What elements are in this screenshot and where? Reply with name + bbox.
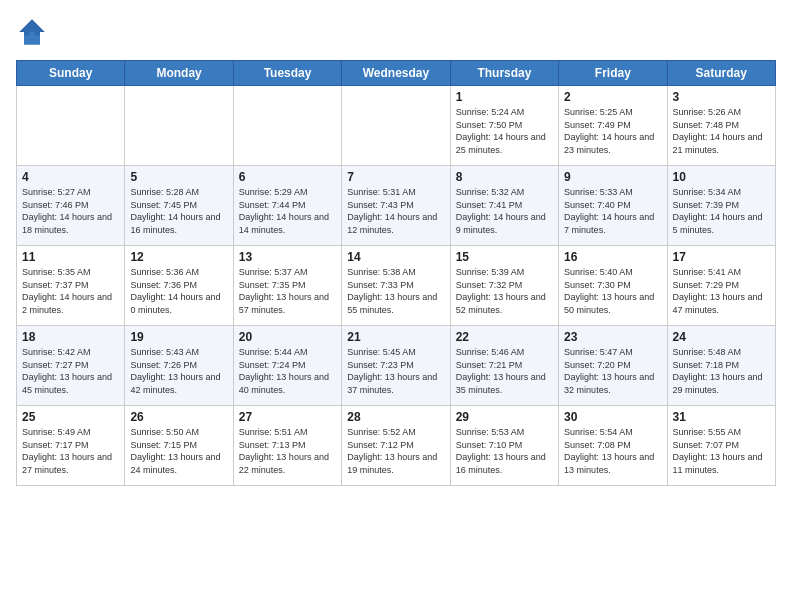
day-info: Sunrise: 5:39 AM Sunset: 7:32 PM Dayligh… [456,266,553,316]
day-number: 22 [456,330,553,344]
week-row-2: 4Sunrise: 5:27 AM Sunset: 7:46 PM Daylig… [17,166,776,246]
day-info: Sunrise: 5:34 AM Sunset: 7:39 PM Dayligh… [673,186,770,236]
day-number: 18 [22,330,119,344]
day-info: Sunrise: 5:51 AM Sunset: 7:13 PM Dayligh… [239,426,336,476]
day-number: 28 [347,410,444,424]
day-cell: 12Sunrise: 5:36 AM Sunset: 7:36 PM Dayli… [125,246,233,326]
day-number: 27 [239,410,336,424]
day-number: 17 [673,250,770,264]
day-info: Sunrise: 5:48 AM Sunset: 7:18 PM Dayligh… [673,346,770,396]
day-cell [342,86,450,166]
day-cell [17,86,125,166]
day-header-thursday: Thursday [450,61,558,86]
day-number: 14 [347,250,444,264]
day-number: 13 [239,250,336,264]
page-header [16,16,776,48]
day-info: Sunrise: 5:29 AM Sunset: 7:44 PM Dayligh… [239,186,336,236]
day-info: Sunrise: 5:52 AM Sunset: 7:12 PM Dayligh… [347,426,444,476]
day-cell: 8Sunrise: 5:32 AM Sunset: 7:41 PM Daylig… [450,166,558,246]
day-number: 26 [130,410,227,424]
day-cell: 10Sunrise: 5:34 AM Sunset: 7:39 PM Dayli… [667,166,775,246]
day-info: Sunrise: 5:26 AM Sunset: 7:48 PM Dayligh… [673,106,770,156]
day-info: Sunrise: 5:47 AM Sunset: 7:20 PM Dayligh… [564,346,661,396]
day-info: Sunrise: 5:49 AM Sunset: 7:17 PM Dayligh… [22,426,119,476]
day-info: Sunrise: 5:45 AM Sunset: 7:23 PM Dayligh… [347,346,444,396]
day-info: Sunrise: 5:55 AM Sunset: 7:07 PM Dayligh… [673,426,770,476]
day-header-wednesday: Wednesday [342,61,450,86]
day-number: 15 [456,250,553,264]
day-cell [233,86,341,166]
day-cell: 3Sunrise: 5:26 AM Sunset: 7:48 PM Daylig… [667,86,775,166]
day-number: 8 [456,170,553,184]
week-row-3: 11Sunrise: 5:35 AM Sunset: 7:37 PM Dayli… [17,246,776,326]
day-info: Sunrise: 5:40 AM Sunset: 7:30 PM Dayligh… [564,266,661,316]
day-number: 23 [564,330,661,344]
day-number: 16 [564,250,661,264]
day-cell: 31Sunrise: 5:55 AM Sunset: 7:07 PM Dayli… [667,406,775,486]
day-cell: 26Sunrise: 5:50 AM Sunset: 7:15 PM Dayli… [125,406,233,486]
day-cell: 6Sunrise: 5:29 AM Sunset: 7:44 PM Daylig… [233,166,341,246]
day-number: 6 [239,170,336,184]
day-cell: 21Sunrise: 5:45 AM Sunset: 7:23 PM Dayli… [342,326,450,406]
day-cell: 20Sunrise: 5:44 AM Sunset: 7:24 PM Dayli… [233,326,341,406]
day-cell: 17Sunrise: 5:41 AM Sunset: 7:29 PM Dayli… [667,246,775,326]
day-info: Sunrise: 5:31 AM Sunset: 7:43 PM Dayligh… [347,186,444,236]
day-number: 1 [456,90,553,104]
day-number: 7 [347,170,444,184]
day-info: Sunrise: 5:41 AM Sunset: 7:29 PM Dayligh… [673,266,770,316]
day-info: Sunrise: 5:35 AM Sunset: 7:37 PM Dayligh… [22,266,119,316]
day-header-tuesday: Tuesday [233,61,341,86]
day-info: Sunrise: 5:37 AM Sunset: 7:35 PM Dayligh… [239,266,336,316]
day-number: 12 [130,250,227,264]
day-cell: 27Sunrise: 5:51 AM Sunset: 7:13 PM Dayli… [233,406,341,486]
day-cell: 9Sunrise: 5:33 AM Sunset: 7:40 PM Daylig… [559,166,667,246]
day-info: Sunrise: 5:32 AM Sunset: 7:41 PM Dayligh… [456,186,553,236]
logo-icon [16,16,48,48]
day-number: 25 [22,410,119,424]
day-number: 29 [456,410,553,424]
day-info: Sunrise: 5:53 AM Sunset: 7:10 PM Dayligh… [456,426,553,476]
week-row-4: 18Sunrise: 5:42 AM Sunset: 7:27 PM Dayli… [17,326,776,406]
day-cell: 23Sunrise: 5:47 AM Sunset: 7:20 PM Dayli… [559,326,667,406]
day-info: Sunrise: 5:33 AM Sunset: 7:40 PM Dayligh… [564,186,661,236]
day-number: 2 [564,90,661,104]
day-cell: 7Sunrise: 5:31 AM Sunset: 7:43 PM Daylig… [342,166,450,246]
day-number: 24 [673,330,770,344]
day-info: Sunrise: 5:36 AM Sunset: 7:36 PM Dayligh… [130,266,227,316]
day-info: Sunrise: 5:38 AM Sunset: 7:33 PM Dayligh… [347,266,444,316]
day-cell: 16Sunrise: 5:40 AM Sunset: 7:30 PM Dayli… [559,246,667,326]
day-cell: 29Sunrise: 5:53 AM Sunset: 7:10 PM Dayli… [450,406,558,486]
day-number: 5 [130,170,227,184]
days-header-row: SundayMondayTuesdayWednesdayThursdayFrid… [17,61,776,86]
day-cell: 18Sunrise: 5:42 AM Sunset: 7:27 PM Dayli… [17,326,125,406]
day-cell: 30Sunrise: 5:54 AM Sunset: 7:08 PM Dayli… [559,406,667,486]
day-info: Sunrise: 5:44 AM Sunset: 7:24 PM Dayligh… [239,346,336,396]
logo [16,16,52,48]
day-cell: 13Sunrise: 5:37 AM Sunset: 7:35 PM Dayli… [233,246,341,326]
day-number: 30 [564,410,661,424]
day-info: Sunrise: 5:28 AM Sunset: 7:45 PM Dayligh… [130,186,227,236]
day-cell: 19Sunrise: 5:43 AM Sunset: 7:26 PM Dayli… [125,326,233,406]
calendar-table: SundayMondayTuesdayWednesdayThursdayFrid… [16,60,776,486]
day-cell: 4Sunrise: 5:27 AM Sunset: 7:46 PM Daylig… [17,166,125,246]
day-number: 20 [239,330,336,344]
day-cell [125,86,233,166]
day-header-sunday: Sunday [17,61,125,86]
day-number: 31 [673,410,770,424]
day-number: 4 [22,170,119,184]
day-info: Sunrise: 5:43 AM Sunset: 7:26 PM Dayligh… [130,346,227,396]
day-number: 9 [564,170,661,184]
day-header-saturday: Saturday [667,61,775,86]
day-cell: 11Sunrise: 5:35 AM Sunset: 7:37 PM Dayli… [17,246,125,326]
day-info: Sunrise: 5:24 AM Sunset: 7:50 PM Dayligh… [456,106,553,156]
day-number: 11 [22,250,119,264]
day-cell: 14Sunrise: 5:38 AM Sunset: 7:33 PM Dayli… [342,246,450,326]
day-info: Sunrise: 5:25 AM Sunset: 7:49 PM Dayligh… [564,106,661,156]
day-info: Sunrise: 5:27 AM Sunset: 7:46 PM Dayligh… [22,186,119,236]
day-cell: 24Sunrise: 5:48 AM Sunset: 7:18 PM Dayli… [667,326,775,406]
day-cell: 2Sunrise: 5:25 AM Sunset: 7:49 PM Daylig… [559,86,667,166]
day-info: Sunrise: 5:54 AM Sunset: 7:08 PM Dayligh… [564,426,661,476]
day-number: 10 [673,170,770,184]
day-header-monday: Monday [125,61,233,86]
day-number: 19 [130,330,227,344]
